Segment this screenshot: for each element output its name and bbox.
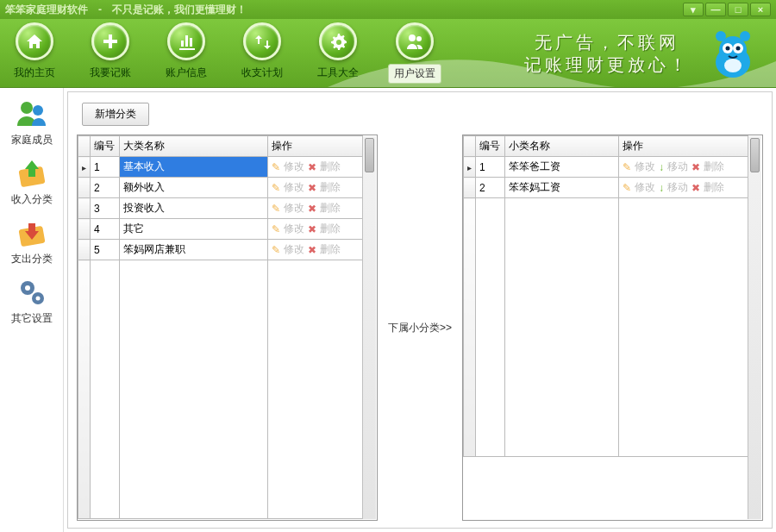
toolbar-tools[interactable]: 工具大全 xyxy=(312,22,364,84)
people-icon xyxy=(15,97,49,131)
row-ops[interactable]: ✎修改✖删除 xyxy=(272,201,359,216)
gears-icon xyxy=(319,22,357,60)
minimize-button[interactable]: — xyxy=(705,3,726,16)
sidebar-label: 家庭成员 xyxy=(11,133,53,147)
toolbar-label: 账户信息 xyxy=(160,64,212,82)
users-icon xyxy=(396,22,434,60)
sidebar-label: 支出分类 xyxy=(11,252,53,266)
expense-icon xyxy=(15,216,49,250)
toolbar-label: 用户设置 xyxy=(388,64,441,84)
dropdown-button[interactable]: ▾ xyxy=(683,3,704,16)
sidebar-item-income[interactable]: 收入分类 xyxy=(3,153,59,212)
scrollbar[interactable] xyxy=(362,136,376,519)
table-row[interactable]: 2额外收入✎修改✖删除 xyxy=(78,178,363,198)
svg-point-7 xyxy=(740,31,750,41)
row-ops[interactable]: ✎修改✖删除 xyxy=(272,242,359,257)
slogan-line1: 无广告，不联网 xyxy=(524,31,690,53)
toolbar-label: 收支计划 xyxy=(236,64,288,82)
titlebar: 笨笨家庭理财软件 - 不只是记账，我们更懂理财！ ▾ — □ × xyxy=(0,0,776,19)
toolbar-label: 我的主页 xyxy=(9,64,60,82)
row-ops[interactable]: ✎修改✖删除 xyxy=(272,180,359,195)
toolbar-label: 工具大全 xyxy=(312,64,364,82)
app-title: 笨笨家庭理财软件 - 不只是记账，我们更懂理财！ xyxy=(5,3,247,17)
plus-icon xyxy=(91,22,129,60)
table-row[interactable]: ▸1基本收入✎修改✖删除 xyxy=(78,157,363,178)
add-category-button[interactable]: 新增分类 xyxy=(82,103,149,126)
toolbar-label: 我要记账 xyxy=(84,64,136,82)
svg-point-10 xyxy=(33,105,43,116)
row-ops[interactable]: ✎修改↓移动✖删除 xyxy=(623,160,744,174)
sidebar-label: 其它设置 xyxy=(11,311,53,326)
home-icon xyxy=(16,22,53,60)
chart-icon xyxy=(167,22,205,60)
big-category-table[interactable]: 编号大类名称操作▸1基本收入✎修改✖删除2额外收入✎修改✖删除3投资收入✎修改✖… xyxy=(77,135,378,521)
slogan: 无广告，不联网 记账理财更放心！ xyxy=(524,31,690,76)
toolbar-accounts[interactable]: 账户信息 xyxy=(160,22,212,84)
sidebar-item-other[interactable]: 其它设置 xyxy=(3,272,59,331)
table-row[interactable]: ▸1笨笨爸工资✎修改↓移动✖删除 xyxy=(464,157,748,178)
svg-point-9 xyxy=(21,102,33,114)
maximize-button[interactable]: □ xyxy=(728,3,748,16)
svg-point-6 xyxy=(716,31,726,41)
table-row[interactable]: 2笨笨妈工资✎修改↓移动✖删除 xyxy=(464,178,748,198)
row-ops[interactable]: ✎修改↓移动✖删除 xyxy=(623,180,744,195)
svg-point-15 xyxy=(25,285,30,291)
mascot-icon xyxy=(705,28,760,83)
sub-category-label: 下属小分类>> xyxy=(383,135,457,521)
svg-point-5 xyxy=(736,47,741,51)
slogan-line2: 记账理财更放心！ xyxy=(524,53,690,76)
main-panel: 新增分类 编号大类名称操作▸1基本收入✎修改✖删除2额外收入✎修改✖删除3投资收… xyxy=(67,91,773,529)
svg-point-4 xyxy=(726,47,730,51)
income-icon xyxy=(15,156,49,191)
toolbar-add[interactable]: 我要记账 xyxy=(84,22,136,84)
sidebar-item-expense[interactable]: 支出分类 xyxy=(3,212,59,272)
sidebar-item-family[interactable]: 家庭成员 xyxy=(3,93,59,153)
small-category-table[interactable]: 编号小类名称操作▸1笨笨爸工资✎修改↓移动✖删除2笨笨妈工资✎修改↓移动✖删除 xyxy=(462,135,763,521)
table-row[interactable]: 3投资收入✎修改✖删除 xyxy=(78,198,363,219)
window-buttons: ▾ — □ × xyxy=(683,3,771,16)
close-button[interactable]: × xyxy=(750,3,771,16)
scrollbar[interactable] xyxy=(748,136,761,519)
row-ops[interactable]: ✎修改✖删除 xyxy=(272,160,359,174)
svg-point-16 xyxy=(35,297,40,301)
toolbar-plan[interactable]: 收支计划 xyxy=(236,22,288,84)
settings-sidebar: 家庭成员收入分类支出分类其它设置 xyxy=(0,88,64,532)
swap-icon xyxy=(243,22,281,60)
sidebar-label: 收入分类 xyxy=(11,192,53,207)
svg-point-8 xyxy=(724,59,742,72)
cogs-icon xyxy=(15,275,49,310)
table-row[interactable]: 4其它✎修改✖删除 xyxy=(78,219,363,240)
toolbar-settings[interactable]: 用户设置 xyxy=(388,22,441,84)
toolbar-home[interactable]: 我的主页 xyxy=(9,22,60,84)
main-toolbar: 我的主页我要记账账户信息收支计划工具大全用户设置 无广告，不联网 记账理财更放心… xyxy=(0,19,776,88)
table-row[interactable]: 5笨妈网店兼职✎修改✖删除 xyxy=(78,240,363,260)
row-ops[interactable]: ✎修改✖删除 xyxy=(272,222,359,236)
